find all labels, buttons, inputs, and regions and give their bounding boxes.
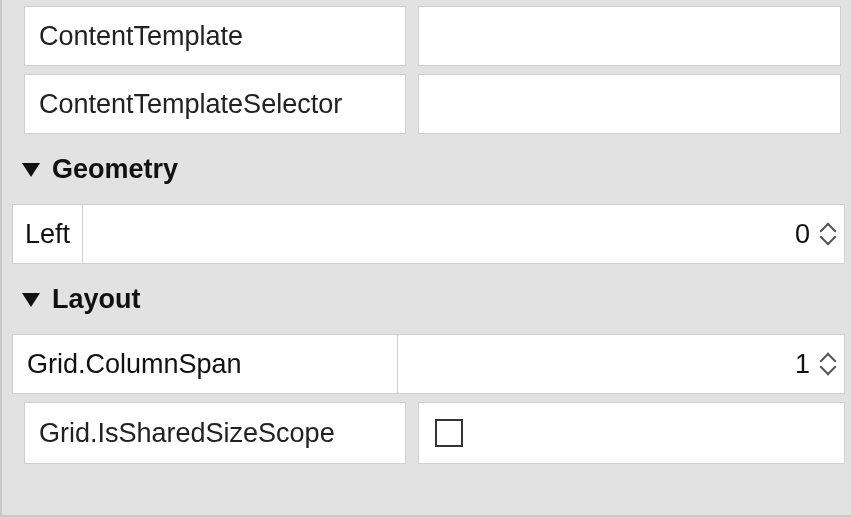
property-name: ContentTemplateSelector bbox=[24, 74, 406, 134]
property-grid: ContentTemplate ContentTemplateSelector … bbox=[0, 0, 851, 517]
property-name: ContentTemplate bbox=[24, 6, 406, 66]
collapse-icon bbox=[22, 163, 40, 177]
property-name: Grid.IsSharedSizeScope bbox=[24, 402, 406, 464]
category-title: Layout bbox=[52, 284, 141, 315]
spinner bbox=[818, 205, 844, 263]
numeric-value[interactable]: 1 bbox=[398, 335, 818, 393]
property-row: ContentTemplateSelector bbox=[2, 70, 851, 138]
property-name: Left bbox=[12, 204, 82, 264]
category-header-geometry[interactable]: Geometry bbox=[2, 138, 851, 200]
category-title: Geometry bbox=[52, 154, 178, 185]
spinner bbox=[818, 335, 844, 393]
property-value-editor[interactable] bbox=[418, 6, 841, 66]
property-value-editor[interactable] bbox=[418, 402, 845, 464]
checkbox[interactable] bbox=[435, 419, 463, 447]
numeric-editor[interactable]: 0 bbox=[82, 204, 845, 264]
spin-down-icon[interactable] bbox=[820, 365, 838, 377]
property-row: Grid.IsSharedSizeScope bbox=[2, 398, 851, 470]
collapse-icon bbox=[22, 293, 40, 307]
property-value-editor[interactable] bbox=[418, 74, 841, 134]
numeric-value[interactable]: 0 bbox=[83, 205, 818, 263]
category-header-layout[interactable]: Layout bbox=[2, 268, 851, 330]
property-name: Grid.ColumnSpan bbox=[12, 334, 397, 394]
property-row: Grid.ColumnSpan 1 bbox=[2, 330, 851, 398]
property-row: Left 0 bbox=[2, 200, 851, 268]
numeric-editor[interactable]: 1 bbox=[397, 334, 845, 394]
spin-down-icon[interactable] bbox=[820, 235, 838, 247]
property-row: ContentTemplate bbox=[2, 2, 851, 70]
